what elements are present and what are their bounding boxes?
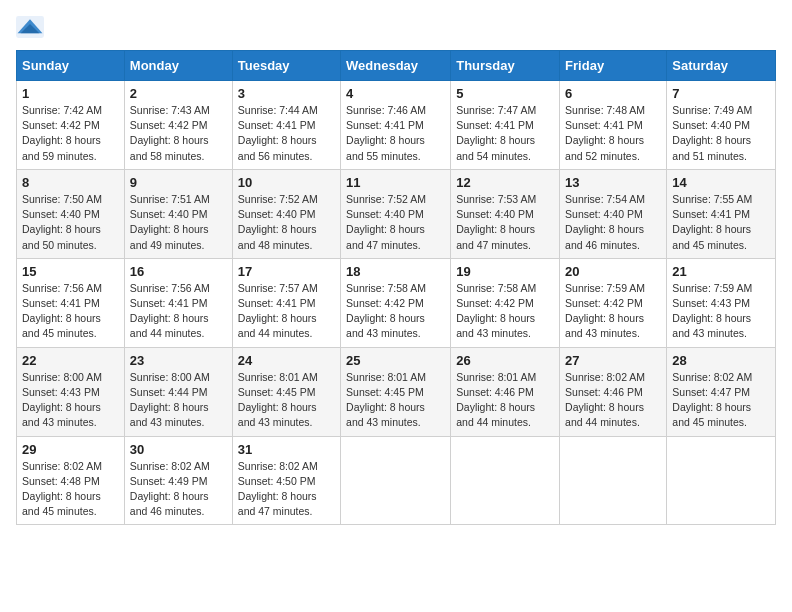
- calendar-cell: 5 Sunrise: 7:47 AM Sunset: 4:41 PM Dayli…: [451, 81, 560, 170]
- calendar-cell: 24 Sunrise: 8:01 AM Sunset: 4:45 PM Dayl…: [232, 347, 340, 436]
- day-detail: Sunrise: 8:01 AM Sunset: 4:45 PM Dayligh…: [238, 370, 335, 431]
- day-number: 12: [456, 175, 554, 190]
- calendar-week-5: 29 Sunrise: 8:02 AM Sunset: 4:48 PM Dayl…: [17, 436, 776, 525]
- calendar-cell: 15 Sunrise: 7:56 AM Sunset: 4:41 PM Dayl…: [17, 258, 125, 347]
- calendar-table: SundayMondayTuesdayWednesdayThursdayFrid…: [16, 50, 776, 525]
- day-detail: Sunrise: 7:53 AM Sunset: 4:40 PM Dayligh…: [456, 192, 554, 253]
- day-number: 23: [130, 353, 227, 368]
- day-number: 17: [238, 264, 335, 279]
- day-number: 7: [672, 86, 770, 101]
- calendar-cell: 30 Sunrise: 8:02 AM Sunset: 4:49 PM Dayl…: [124, 436, 232, 525]
- day-detail: Sunrise: 7:57 AM Sunset: 4:41 PM Dayligh…: [238, 281, 335, 342]
- calendar-cell: 27 Sunrise: 8:02 AM Sunset: 4:46 PM Dayl…: [560, 347, 667, 436]
- day-detail: Sunrise: 7:56 AM Sunset: 4:41 PM Dayligh…: [22, 281, 119, 342]
- day-detail: Sunrise: 7:58 AM Sunset: 4:42 PM Dayligh…: [456, 281, 554, 342]
- col-header-saturday: Saturday: [667, 51, 776, 81]
- calendar-cell: 25 Sunrise: 8:01 AM Sunset: 4:45 PM Dayl…: [341, 347, 451, 436]
- day-number: 2: [130, 86, 227, 101]
- calendar-cell: 21 Sunrise: 7:59 AM Sunset: 4:43 PM Dayl…: [667, 258, 776, 347]
- col-header-monday: Monday: [124, 51, 232, 81]
- calendar-cell: 26 Sunrise: 8:01 AM Sunset: 4:46 PM Dayl…: [451, 347, 560, 436]
- calendar-cell: 9 Sunrise: 7:51 AM Sunset: 4:40 PM Dayli…: [124, 169, 232, 258]
- header-row: SundayMondayTuesdayWednesdayThursdayFrid…: [17, 51, 776, 81]
- day-detail: Sunrise: 7:55 AM Sunset: 4:41 PM Dayligh…: [672, 192, 770, 253]
- day-number: 25: [346, 353, 445, 368]
- day-detail: Sunrise: 8:02 AM Sunset: 4:46 PM Dayligh…: [565, 370, 661, 431]
- day-number: 19: [456, 264, 554, 279]
- calendar-cell: 20 Sunrise: 7:59 AM Sunset: 4:42 PM Dayl…: [560, 258, 667, 347]
- day-detail: Sunrise: 7:51 AM Sunset: 4:40 PM Dayligh…: [130, 192, 227, 253]
- day-number: 5: [456, 86, 554, 101]
- calendar-week-3: 15 Sunrise: 7:56 AM Sunset: 4:41 PM Dayl…: [17, 258, 776, 347]
- calendar-cell: 8 Sunrise: 7:50 AM Sunset: 4:40 PM Dayli…: [17, 169, 125, 258]
- day-detail: Sunrise: 7:44 AM Sunset: 4:41 PM Dayligh…: [238, 103, 335, 164]
- day-detail: Sunrise: 7:54 AM Sunset: 4:40 PM Dayligh…: [565, 192, 661, 253]
- day-detail: Sunrise: 8:00 AM Sunset: 4:43 PM Dayligh…: [22, 370, 119, 431]
- calendar-cell: 31 Sunrise: 8:02 AM Sunset: 4:50 PM Dayl…: [232, 436, 340, 525]
- day-number: 28: [672, 353, 770, 368]
- day-detail: Sunrise: 8:02 AM Sunset: 4:50 PM Dayligh…: [238, 459, 335, 520]
- calendar-cell: 18 Sunrise: 7:58 AM Sunset: 4:42 PM Dayl…: [341, 258, 451, 347]
- calendar-cell: 1 Sunrise: 7:42 AM Sunset: 4:42 PM Dayli…: [17, 81, 125, 170]
- day-number: 20: [565, 264, 661, 279]
- calendar-cell: 23 Sunrise: 8:00 AM Sunset: 4:44 PM Dayl…: [124, 347, 232, 436]
- calendar-cell: 28 Sunrise: 8:02 AM Sunset: 4:47 PM Dayl…: [667, 347, 776, 436]
- logo-icon: [16, 16, 44, 38]
- day-detail: Sunrise: 7:52 AM Sunset: 4:40 PM Dayligh…: [238, 192, 335, 253]
- day-detail: Sunrise: 8:02 AM Sunset: 4:49 PM Dayligh…: [130, 459, 227, 520]
- day-number: 18: [346, 264, 445, 279]
- calendar-cell: [560, 436, 667, 525]
- day-number: 31: [238, 442, 335, 457]
- day-detail: Sunrise: 7:59 AM Sunset: 4:42 PM Dayligh…: [565, 281, 661, 342]
- day-number: 13: [565, 175, 661, 190]
- calendar-cell: [667, 436, 776, 525]
- calendar-week-2: 8 Sunrise: 7:50 AM Sunset: 4:40 PM Dayli…: [17, 169, 776, 258]
- col-header-sunday: Sunday: [17, 51, 125, 81]
- calendar-cell: 13 Sunrise: 7:54 AM Sunset: 4:40 PM Dayl…: [560, 169, 667, 258]
- day-number: 24: [238, 353, 335, 368]
- calendar-cell: 4 Sunrise: 7:46 AM Sunset: 4:41 PM Dayli…: [341, 81, 451, 170]
- calendar-cell: [451, 436, 560, 525]
- calendar-cell: 12 Sunrise: 7:53 AM Sunset: 4:40 PM Dayl…: [451, 169, 560, 258]
- day-detail: Sunrise: 8:00 AM Sunset: 4:44 PM Dayligh…: [130, 370, 227, 431]
- day-number: 9: [130, 175, 227, 190]
- day-number: 4: [346, 86, 445, 101]
- calendar-cell: 10 Sunrise: 7:52 AM Sunset: 4:40 PM Dayl…: [232, 169, 340, 258]
- col-header-friday: Friday: [560, 51, 667, 81]
- day-number: 16: [130, 264, 227, 279]
- day-number: 15: [22, 264, 119, 279]
- day-number: 8: [22, 175, 119, 190]
- day-number: 1: [22, 86, 119, 101]
- day-number: 6: [565, 86, 661, 101]
- day-detail: Sunrise: 7:47 AM Sunset: 4:41 PM Dayligh…: [456, 103, 554, 164]
- day-detail: Sunrise: 7:58 AM Sunset: 4:42 PM Dayligh…: [346, 281, 445, 342]
- day-number: 21: [672, 264, 770, 279]
- calendar-cell: [341, 436, 451, 525]
- day-detail: Sunrise: 7:59 AM Sunset: 4:43 PM Dayligh…: [672, 281, 770, 342]
- calendar-cell: 14 Sunrise: 7:55 AM Sunset: 4:41 PM Dayl…: [667, 169, 776, 258]
- day-detail: Sunrise: 7:48 AM Sunset: 4:41 PM Dayligh…: [565, 103, 661, 164]
- calendar-cell: 11 Sunrise: 7:52 AM Sunset: 4:40 PM Dayl…: [341, 169, 451, 258]
- col-header-thursday: Thursday: [451, 51, 560, 81]
- day-detail: Sunrise: 7:50 AM Sunset: 4:40 PM Dayligh…: [22, 192, 119, 253]
- day-detail: Sunrise: 7:43 AM Sunset: 4:42 PM Dayligh…: [130, 103, 227, 164]
- day-number: 26: [456, 353, 554, 368]
- calendar-cell: 22 Sunrise: 8:00 AM Sunset: 4:43 PM Dayl…: [17, 347, 125, 436]
- day-detail: Sunrise: 8:01 AM Sunset: 4:45 PM Dayligh…: [346, 370, 445, 431]
- day-detail: Sunrise: 7:42 AM Sunset: 4:42 PM Dayligh…: [22, 103, 119, 164]
- page-header: [16, 16, 776, 38]
- day-detail: Sunrise: 8:01 AM Sunset: 4:46 PM Dayligh…: [456, 370, 554, 431]
- calendar-cell: 3 Sunrise: 7:44 AM Sunset: 4:41 PM Dayli…: [232, 81, 340, 170]
- day-number: 10: [238, 175, 335, 190]
- day-detail: Sunrise: 7:46 AM Sunset: 4:41 PM Dayligh…: [346, 103, 445, 164]
- calendar-cell: 29 Sunrise: 8:02 AM Sunset: 4:48 PM Dayl…: [17, 436, 125, 525]
- calendar-cell: 6 Sunrise: 7:48 AM Sunset: 4:41 PM Dayli…: [560, 81, 667, 170]
- day-number: 27: [565, 353, 661, 368]
- logo: [16, 16, 48, 38]
- day-detail: Sunrise: 7:52 AM Sunset: 4:40 PM Dayligh…: [346, 192, 445, 253]
- day-number: 30: [130, 442, 227, 457]
- calendar-cell: 2 Sunrise: 7:43 AM Sunset: 4:42 PM Dayli…: [124, 81, 232, 170]
- calendar-cell: 17 Sunrise: 7:57 AM Sunset: 4:41 PM Dayl…: [232, 258, 340, 347]
- day-detail: Sunrise: 7:56 AM Sunset: 4:41 PM Dayligh…: [130, 281, 227, 342]
- day-detail: Sunrise: 8:02 AM Sunset: 4:48 PM Dayligh…: [22, 459, 119, 520]
